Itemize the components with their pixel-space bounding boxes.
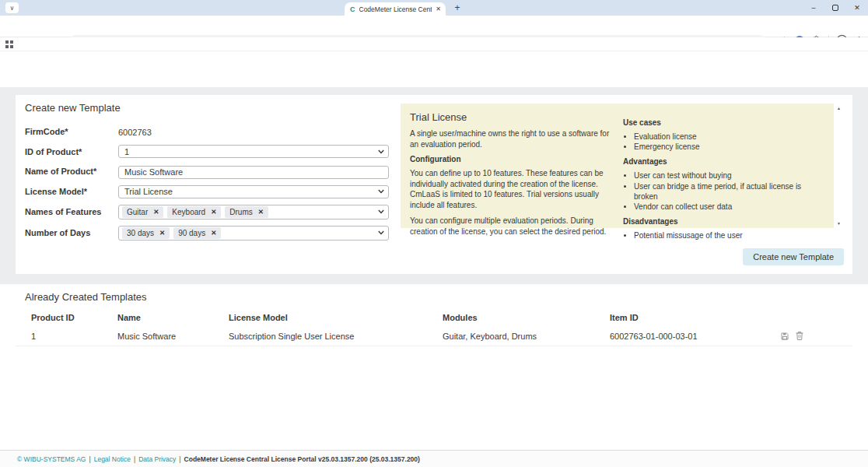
days-multiselect[interactable]: 30 days✕ 90 days✕ <box>118 226 389 241</box>
window-minimize-button[interactable]: – <box>803 0 824 16</box>
days-chip: 90 days✕ <box>173 227 221 239</box>
cell-license-model: Subscription Single User License <box>229 332 443 341</box>
advantage-item: User can test without buying <box>634 170 824 181</box>
footer-separator: | <box>134 455 135 463</box>
form-row-features: Names of Features Guitar✕ Keyboard✕ Drum… <box>25 205 389 219</box>
templates-table: Product ID Name License Model Modules It… <box>16 309 852 346</box>
apps-grid-icon[interactable] <box>5 40 13 48</box>
form-row-product-id: ID of Product* 1 <box>25 145 389 158</box>
license-info-panel: Trial License A single user/machine owns… <box>401 104 844 228</box>
col-name: Name <box>117 313 229 322</box>
cell-product-id: 1 <box>31 332 117 341</box>
days-label: Number of Days <box>25 228 118 237</box>
tab-close-icon[interactable]: ✕ <box>436 5 441 12</box>
page-footer: © WIBU-SYSTEMS AG | Legal Notice | Data … <box>0 450 868 467</box>
disadvantage-item: Potential missusage of the user <box>634 230 824 241</box>
window-close-button[interactable]: ✕ <box>846 0 868 16</box>
tab-title: CodeMeter License Central Lic <box>359 5 432 13</box>
use-case-item: Emergency license <box>634 142 824 152</box>
days-chip: 30 days✕ <box>122 227 170 239</box>
license-model-select[interactable]: Trial License <box>118 185 389 198</box>
firmcode-label: FirmCode* <box>25 127 118 136</box>
maximize-icon <box>832 5 838 11</box>
scroll-down-icon[interactable]: ▼ <box>837 221 841 226</box>
cell-name: Music Software <box>117 332 229 341</box>
created-templates-card: Already Created Templates Product ID Nam… <box>16 284 852 450</box>
footer-legal-notice-link[interactable]: Legal Notice <box>94 455 131 463</box>
window-maximize-button[interactable] <box>824 0 846 16</box>
form-row-product-name: Name of Product* <box>25 164 389 179</box>
footer-separator: | <box>89 455 90 463</box>
use-cases-heading: Use cases <box>623 118 824 127</box>
disadvantages-heading: Disadvantages <box>623 217 824 226</box>
col-product-id: Product ID <box>31 313 117 322</box>
create-template-button[interactable]: Create new Template <box>743 248 844 265</box>
footer-separator: | <box>179 455 180 463</box>
form-row-days: Number of Days 30 days✕ 90 days✕ <box>25 226 389 241</box>
info-panel-scrollbar[interactable]: ▲ ▼ <box>834 104 844 228</box>
tab-search-button[interactable]: ∨ <box>5 2 19 13</box>
form-row-license-model: License Model* Trial License <box>25 185 389 198</box>
license-model-label: License Model* <box>25 187 118 196</box>
remove-chip-icon[interactable]: ✕ <box>211 229 216 237</box>
use-cases-list: Evaluation license Emergency license <box>634 132 824 152</box>
chevron-down-icon <box>378 209 384 214</box>
remove-chip-icon[interactable]: ✕ <box>211 208 216 216</box>
browser-tab[interactable]: C CodeMeter License Central Lic ✕ <box>345 2 446 16</box>
col-license-model: License Model <box>229 313 443 322</box>
configuration-paragraph-1: You can define up to 10 features. These … <box>410 168 617 210</box>
advantages-list: User can test without buying User can br… <box>634 170 824 212</box>
chip-label: Drums <box>229 208 252 216</box>
cell-modules: Guitar, Keyboard, Drums <box>443 332 610 341</box>
bookmarks-bar <box>0 37 868 51</box>
templates-section-title: Already Created Templates <box>25 291 147 303</box>
scroll-up-icon[interactable]: ▲ <box>837 106 841 111</box>
new-tab-button[interactable]: + <box>451 2 464 14</box>
configuration-heading: Configuration <box>410 155 617 163</box>
remove-chip-icon[interactable]: ✕ <box>159 229 165 237</box>
product-id-select[interactable]: 1 <box>118 145 389 158</box>
firmcode-value: 6002763 <box>118 128 152 137</box>
footer-copyright-link[interactable]: © WIBU-SYSTEMS AG <box>17 455 86 463</box>
chip-label: Guitar <box>127 208 148 216</box>
info-panel-title: Trial License <box>410 111 617 123</box>
feature-chip: Guitar✕ <box>122 206 163 218</box>
product-id-label: ID of Product* <box>25 147 118 156</box>
product-name-input[interactable] <box>118 166 389 179</box>
table-row: 1 Music Software Subscription Single Use… <box>16 326 852 346</box>
delete-trash-icon[interactable] <box>795 331 804 341</box>
create-template-card: Create new Template FirmCode* 6002763 ID… <box>16 95 852 274</box>
advantages-heading: Advantages <box>623 157 824 166</box>
page-title: Create new Template <box>25 102 121 114</box>
col-modules: Modules <box>443 313 610 322</box>
browser-tab-strip: ∨ C CodeMeter License Central Lic ✕ + – … <box>0 0 868 16</box>
create-template-form: FirmCode* 6002763 ID of Product* 1 Name … <box>25 125 389 247</box>
advantage-item: Vendor can collect user data <box>634 202 824 212</box>
form-row-firmcode: FirmCode* 6002763 <box>25 125 389 139</box>
chip-label: 30 days <box>127 229 154 237</box>
browser-toolbar: ← → ↻ ⌂ lc.codemeter.com/26959-kick/port… <box>0 16 868 37</box>
license-model-selected-value: Trial License <box>124 187 173 196</box>
chip-label: Keyboard <box>172 208 205 216</box>
info-panel-right-column: Use cases Evaluation license Emergency l… <box>623 118 824 246</box>
feature-chip: Drums✕ <box>225 206 268 218</box>
codemeter-favicon-icon: C <box>350 5 355 13</box>
chip-label: 90 days <box>178 229 205 237</box>
footer-data-privacy-link[interactable]: Data Privacy <box>138 455 176 463</box>
feature-chip: Keyboard✕ <box>167 206 221 218</box>
portal-header: C M CodeMeter Licensing as a Service ISV… <box>0 51 868 87</box>
chevron-down-icon <box>378 149 384 154</box>
configuration-paragraph-2: You can configure multiple evaluation pe… <box>410 216 617 237</box>
use-case-item: Evaluation license <box>634 132 824 142</box>
chevron-down-icon: ∨ <box>10 5 15 12</box>
info-intro: A single user/machine owns the right to … <box>410 128 617 149</box>
window-controls: – ✕ <box>803 0 868 16</box>
remove-chip-icon[interactable]: ✕ <box>153 208 159 216</box>
product-id-selected-value: 1 <box>124 147 129 156</box>
features-label: Names of Features <box>25 207 118 216</box>
table-header-row: Product ID Name License Model Modules It… <box>16 309 852 326</box>
chevron-down-icon <box>378 189 384 194</box>
features-multiselect[interactable]: Guitar✕ Keyboard✕ Drums✕ <box>118 205 389 219</box>
save-icon[interactable] <box>780 332 789 341</box>
remove-chip-icon[interactable]: ✕ <box>258 208 264 216</box>
